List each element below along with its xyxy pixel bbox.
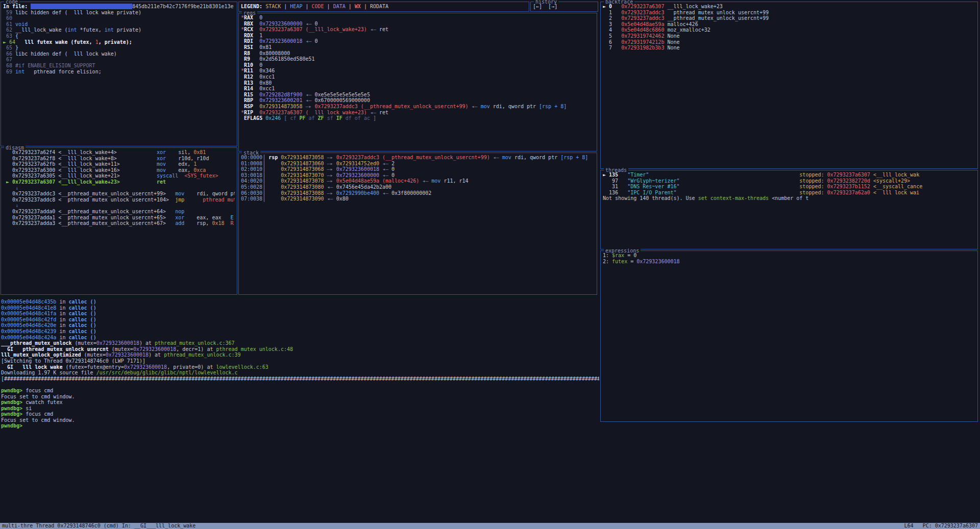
text-segment: __pthread_mutex_unlock_usercnt+64 xyxy=(197,197,235,203)
text-segment: 0 xyxy=(315,38,318,44)
terminal-line: Not showing 140 thread(s). Use set conte… xyxy=(603,195,975,201)
text-segment: 0xca xyxy=(193,167,206,173)
text-segment: Focus set to cmd window. xyxy=(1,417,75,423)
text-segment: 0x729323600018 xyxy=(336,166,379,172)
terminal-line: 0x7293237adda3 <__pthread_mutex_unlock_u… xyxy=(3,220,235,226)
text-segment: calloc () xyxy=(68,317,96,322)
terminal-line: 1 0x7293237addc3 __pthread_mutex_unlock_… xyxy=(603,10,975,16)
terminal-line: 0x00005e04d48c41e8 in calloc () xyxy=(1,305,599,311)
text-segment: rdi, qword ptr xyxy=(184,191,235,196)
status-left: multi-thre Thread 0x7293148746c0 (cmd) I… xyxy=(2,523,195,529)
terminal-line: 7 0x72931982b3b3 None xyxy=(603,45,975,51)
text-segment: 2 xyxy=(603,15,621,21)
text-segment: calloc () xyxy=(68,299,96,305)
text-segment: —▸ xyxy=(302,104,314,109)
text-segment: In file: xyxy=(3,4,31,9)
text-segment: rdi, qword ptr xyxy=(490,104,539,109)
text-segment xyxy=(253,110,259,115)
text-segment: stopped: xyxy=(799,178,827,184)
history-nav-buttons[interactable]: [←] [→] xyxy=(531,2,598,11)
text-segment: 0x7293237adda3 <__pthread_mutex_unlock_u… xyxy=(3,220,166,226)
terminal-line: R14 0xcc1 xyxy=(241,86,595,92)
text-segment: calloc () xyxy=(68,329,96,334)
terminal-line: ► 135 "Timer" stopped: 0x7293237a6307 <_… xyxy=(603,172,975,178)
text-segment xyxy=(253,21,259,27)
expressions-view: 1: $rax = 02: futex = 0x729323600018 xyxy=(601,251,977,421)
text-segment xyxy=(253,92,259,97)
text-segment: 0x7293237a62fb <__lll_lock_wake+11> xyxy=(3,161,120,167)
terminal-line: 0x00005e04d48c420e in calloc () xyxy=(1,322,599,329)
text-segment: 0 xyxy=(253,62,262,68)
status-bar: multi-thre Thread 0x7293148746c0 (cmd) I… xyxy=(0,523,980,529)
terminal-line: pwndbg> si xyxy=(1,406,599,412)
text-segment: calloc () xyxy=(68,322,96,328)
command-console[interactable]: 0x00005e04d48c435b in calloc ()0x00005e0… xyxy=(1,296,599,521)
text-segment: cf xyxy=(290,115,299,121)
text-segment: Downloading 1.97 K source file xyxy=(1,370,96,375)
text-segment: 02:0010│ xyxy=(241,166,281,172)
text-segment: [#######################################… xyxy=(1,376,599,382)
terminal-line: In file: 845db211e7b42c7176f9be21b8301e1… xyxy=(3,4,235,10)
panel-backtrace: backtrace ► 0 0x7293237a6307 __lll_lock_… xyxy=(600,2,978,169)
panel-regs: regs *RAX 0 RBX 0x729323600000 ◂— 0*RCX … xyxy=(238,13,597,152)
text-segment: 0x7293237a6307 xyxy=(621,4,664,9)
terminal-line: 0x7293237adda0 <__pthread_mutex_unlock_u… xyxy=(3,209,235,215)
text-segment: 0x729282d8f900 xyxy=(259,92,302,97)
text-segment: E xyxy=(231,215,234,220)
text-segment xyxy=(178,173,184,179)
text-segment: 0x5e04d48ae59a xyxy=(621,21,664,27)
text-segment: df xyxy=(346,115,355,121)
terminal-line: pwndbg> focus cmd xyxy=(1,411,599,417)
text-segment: 0x80 xyxy=(253,80,272,86)
text-segment: pwndbg> xyxy=(1,411,26,417)
text-segment xyxy=(649,172,799,178)
text-segment: 0x729314873078 xyxy=(281,178,324,184)
text-segment: ► xyxy=(3,179,12,185)
text-segment: 0x7293237b1152 xyxy=(827,184,870,189)
panel-legend: LEGEND: STACK | HEAP | CODE | DATA | WX … xyxy=(238,2,529,12)
registers-view: *RAX 0 RBX 0x729323600000 ◂— 0*RCX 0x729… xyxy=(239,13,597,151)
text-segment: 2 xyxy=(391,161,395,166)
text-segment xyxy=(221,215,230,220)
text-segment: __lll_lock_wake ( xyxy=(15,27,67,33)
text-segment: ◂— xyxy=(367,27,379,32)
text-segment: 1 xyxy=(253,33,262,38)
text-segment: 845db211e7b42c7176f9be21b8301e13e xyxy=(132,4,234,9)
text-segment: (mutex= xyxy=(81,352,106,358)
terminal-line: Focus set to cmd window. xyxy=(1,394,599,400)
text-segment: stopped: xyxy=(799,190,827,195)
text-segment: stopped: xyxy=(799,184,827,189)
text-segment: 0x00005e04d48c424a xyxy=(1,335,56,340)
panel-code: code In file: 845db211e7b42c7176f9be21b8… xyxy=(1,2,237,146)
text-segment: edx, xyxy=(166,161,193,167)
text-segment: stopped: xyxy=(799,172,827,178)
terminal-line: R8 0x80008000 xyxy=(241,51,595,57)
terminal-line: lll_mutex_unlock_optimized (mutex=0x7293… xyxy=(1,352,599,358)
terminal-line: 68 #if ENABLE_ELISION_SUPPORT xyxy=(3,63,235,69)
text-segment: RIP xyxy=(244,110,253,115)
text-segment xyxy=(166,215,175,220)
text-segment: in xyxy=(56,305,68,311)
terminal-line: 0x7293237addc8 <__pthread_mutex_unlock_u… xyxy=(3,197,235,203)
text-segment: ◂— xyxy=(379,172,391,178)
text-segment: 0x729314873070 xyxy=(281,172,324,178)
text-segment: pwndbg> xyxy=(1,423,26,429)
terminal-line: 0x7293237addc3 <__pthread_mutex_unlock_u… xyxy=(3,191,235,197)
text-segment xyxy=(253,97,259,103)
text-segment: __pthread_mutex_unlock_usercnt+99 xyxy=(664,10,769,15)
text-segment: rsp, xyxy=(184,220,212,226)
text-segment: void xyxy=(15,21,28,27)
terminal-line: RSP 0x729314873058 —▸ 0x7293237addc3 (__… xyxy=(241,104,595,110)
text-segment: 0x00005e04d48c420e xyxy=(1,322,56,328)
terminal-line: 03:0018│ 0x729314873070 —▸ 0x72932360000… xyxy=(241,172,595,179)
text-segment: of xyxy=(355,115,364,121)
text-segment: (mutex= xyxy=(71,340,96,346)
text-segment: 0x7293237a6307 xyxy=(827,172,870,178)
text-segment: 67 xyxy=(3,57,12,62)
panel-history: history [←] [→] xyxy=(530,2,598,12)
text-segment: ◂— xyxy=(419,178,431,184)
text-segment: [ xyxy=(284,115,290,121)
panel-threads: threads ► 135 "Timer" stopped: 0x7293237… xyxy=(600,170,978,249)
text-segment: ret xyxy=(379,110,388,115)
terminal-line: __GI___lll_lock_wake (futex=futex@entry=… xyxy=(1,364,599,370)
